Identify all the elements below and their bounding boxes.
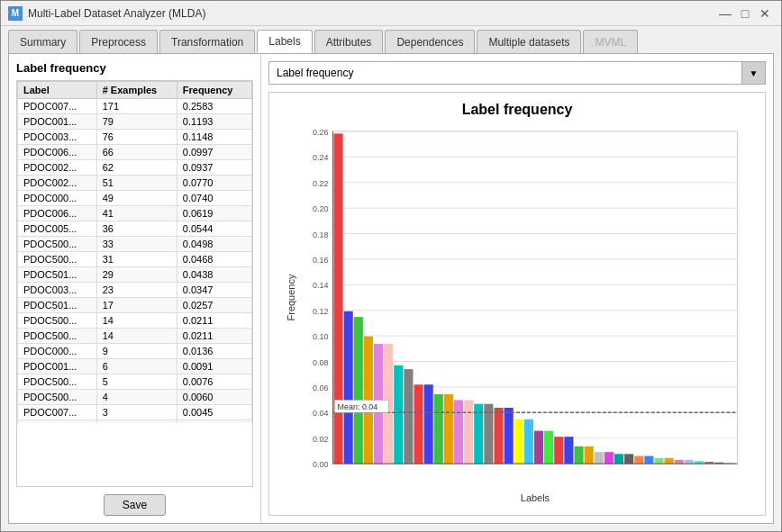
table-row: PDOC500...330.0498 — [18, 237, 252, 252]
cell-17-1: 6 — [96, 359, 177, 374]
cell-5-2: 0.0770 — [177, 176, 251, 191]
svg-rect-0 — [332, 131, 737, 464]
svg-rect-60 — [644, 456, 653, 464]
table-scroll[interactable]: Label # Examples Frequency PDOC007...171… — [17, 81, 252, 423]
svg-rect-48 — [524, 419, 533, 464]
cell-15-2: 0.0211 — [177, 329, 251, 344]
title-bar-left: M Multi-Label Dataset Analyzer (MLDA) — [8, 6, 205, 21]
table-row: PDOC007...1710.2583 — [18, 99, 252, 114]
cell-11-2: 0.0438 — [177, 267, 251, 283]
cell-18-2: 0.0076 — [177, 374, 251, 390]
cell-14-2: 0.0211 — [177, 313, 251, 329]
cell-1-0: PDOC001... — [18, 114, 97, 130]
cell-2-2: 0.1148 — [177, 130, 251, 145]
col-label: Label — [18, 82, 97, 99]
tab-attributes[interactable]: Attributes — [314, 30, 384, 53]
svg-text:0.14: 0.14 — [313, 281, 328, 290]
cell-20-0: PDOC007... — [18, 405, 97, 420]
svg-rect-64 — [685, 460, 694, 464]
cell-16-2: 0.0136 — [177, 344, 251, 359]
table-row: PDOC501...290.0438 — [18, 267, 252, 283]
svg-text:0.22: 0.22 — [313, 179, 328, 188]
svg-rect-63 — [675, 460, 684, 464]
tab-dependences[interactable]: Dependences — [385, 30, 475, 53]
cell-16-0: PDOC000... — [18, 344, 97, 359]
cell-1-1: 79 — [96, 114, 177, 130]
svg-rect-50 — [544, 431, 553, 464]
cell-13-0: PDOC501... — [18, 298, 97, 313]
cell-16-1: 9 — [96, 344, 177, 359]
table-row: PDOC007...30.0045 — [18, 405, 252, 420]
cell-3-2: 0.0997 — [177, 145, 251, 160]
svg-rect-42 — [464, 400, 473, 464]
cell-0-1: 171 — [96, 99, 177, 114]
left-panel-title: Label frequency — [16, 61, 253, 75]
svg-rect-52 — [564, 437, 573, 464]
table-row: PDOC001...60.0091 — [18, 359, 252, 374]
cell-8-2: 0.0544 — [177, 221, 251, 237]
tab-summary[interactable]: Summary — [8, 30, 77, 53]
minimize-button[interactable]: — — [716, 5, 734, 23]
tab-labels[interactable]: Labels — [257, 30, 312, 53]
cell-1-2: 0.1193 — [177, 114, 251, 130]
svg-rect-30 — [344, 311, 353, 464]
table-row: PDOC002...620.0937 — [18, 160, 252, 176]
svg-rect-45 — [494, 408, 503, 464]
svg-rect-29 — [333, 133, 342, 464]
table-row: PDOC001...790.1193 — [18, 114, 252, 130]
table-row: PDOC500...40.0060 — [18, 390, 252, 405]
cell-13-2: 0.0257 — [177, 298, 251, 313]
table-row: PDOC500...310.0468 — [18, 252, 252, 267]
cell-8-0: PDOC005... — [18, 221, 97, 237]
cell-2-0: PDOC003... — [18, 130, 97, 145]
cell-7-1: 41 — [96, 206, 177, 221]
cell-20-2: 0.0045 — [177, 405, 251, 420]
chart-type-dropdown[interactable]: Label frequency — [268, 61, 742, 85]
tab-multiple-datasets[interactable]: Multiple datasets — [477, 30, 581, 53]
label-frequency-table-container: Label # Examples Frequency PDOC007...171… — [16, 80, 253, 487]
svg-rect-53 — [574, 446, 583, 464]
cell-12-0: PDOC003... — [18, 283, 97, 298]
tab-transformation[interactable]: Transformation — [159, 30, 255, 53]
cell-10-1: 31 — [96, 252, 177, 267]
save-button[interactable]: Save — [104, 494, 166, 516]
cell-8-1: 36 — [96, 221, 177, 237]
svg-text:Labels: Labels — [521, 492, 550, 503]
cell-15-0: PDOC500... — [18, 329, 97, 344]
table-row: PDOC000...490.0740 — [18, 191, 252, 206]
svg-text:0.12: 0.12 — [313, 307, 328, 316]
cell-6-0: PDOC000... — [18, 191, 97, 206]
svg-text:0.06: 0.06 — [313, 383, 328, 392]
svg-text:0.04: 0.04 — [313, 409, 328, 418]
svg-rect-58 — [624, 454, 633, 464]
svg-text:Frequency: Frequency — [286, 274, 296, 320]
svg-rect-37 — [414, 384, 423, 464]
cell-19-2: 0.0060 — [177, 390, 251, 405]
svg-rect-47 — [514, 419, 523, 464]
main-window: M Multi-Label Dataset Analyzer (MLDA) — … — [0, 0, 782, 532]
dropdown-arrow-icon[interactable]: ▼ — [742, 61, 766, 85]
table-row: PDOC002...510.0770 — [18, 176, 252, 191]
tab-preprocess[interactable]: Preprocess — [79, 30, 158, 53]
cell-4-1: 62 — [96, 160, 177, 176]
close-button[interactable]: ✕ — [756, 5, 774, 23]
tab-mvml: MVML — [583, 30, 638, 53]
svg-rect-55 — [595, 452, 604, 464]
table-row: PDOC500...50.0076 — [18, 374, 252, 390]
chart-svg: 0.000.020.040.060.080.100.120.140.160.18… — [269, 122, 765, 509]
col-frequency: Frequency — [177, 82, 251, 99]
main-content: Label frequency Label # Examples Frequen… — [9, 54, 773, 523]
svg-text:0.10: 0.10 — [313, 332, 328, 341]
svg-rect-39 — [434, 394, 443, 464]
cell-21-0: PDOC000... — [18, 420, 97, 424]
cell-9-0: PDOC500... — [18, 237, 97, 252]
maximize-button[interactable]: □ — [736, 5, 754, 23]
svg-rect-62 — [665, 458, 674, 464]
app-icon: M — [8, 6, 23, 21]
cell-4-2: 0.0937 — [177, 160, 251, 176]
cell-6-1: 49 — [96, 191, 177, 206]
cell-9-1: 33 — [96, 237, 177, 252]
cell-11-0: PDOC501... — [18, 267, 97, 283]
cell-10-0: PDOC500... — [18, 252, 97, 267]
table-row: PDOC000...90.0136 — [18, 344, 252, 359]
